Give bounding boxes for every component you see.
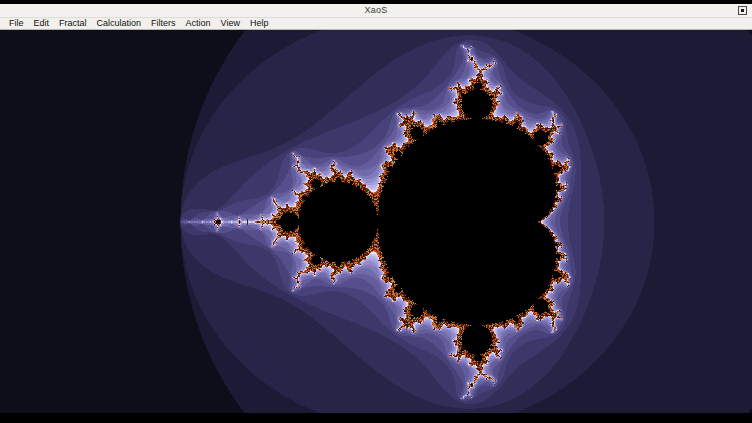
- fractal-canvas[interactable]: [0, 30, 752, 413]
- menubar: File Edit Fractal Calculation Filters Ac…: [0, 18, 752, 30]
- menu-item-help[interactable]: Help: [245, 18, 274, 29]
- window-title: XaoS: [365, 4, 388, 17]
- menu-item-file[interactable]: File: [4, 18, 29, 29]
- menu-item-edit[interactable]: Edit: [29, 18, 55, 29]
- menu-item-action[interactable]: Action: [181, 18, 216, 29]
- close-icon[interactable]: [738, 6, 747, 15]
- menu-item-filters[interactable]: Filters: [146, 18, 181, 29]
- close-icon-dot: [741, 9, 744, 12]
- menu-item-calculation[interactable]: Calculation: [92, 18, 147, 29]
- menu-item-fractal[interactable]: Fractal: [54, 18, 92, 29]
- bottom-frame-strip: [0, 413, 752, 423]
- titlebar[interactable]: XaoS: [0, 4, 752, 18]
- xaos-window: XaoS File Edit Fractal Calculation Filte…: [0, 0, 752, 423]
- menu-item-view[interactable]: View: [216, 18, 245, 29]
